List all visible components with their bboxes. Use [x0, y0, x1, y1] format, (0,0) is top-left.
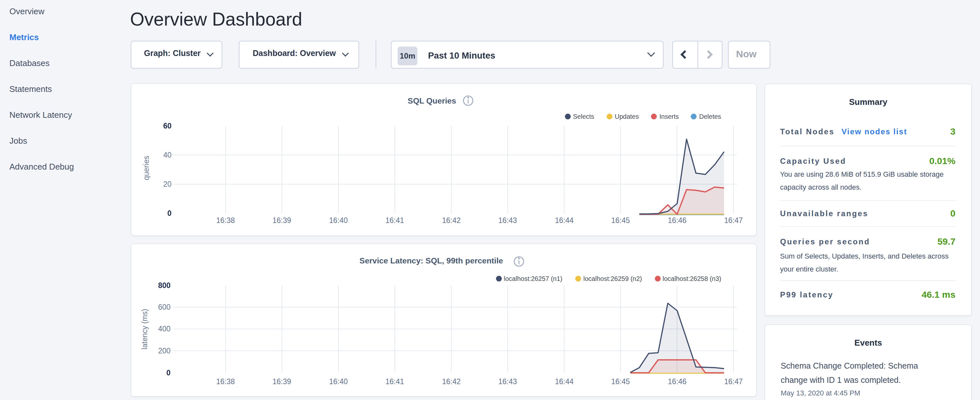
svg-text:Service Latency: SQL, 99th per: Service Latency: SQL, 99th percentile [360, 256, 503, 265]
svg-text:0: 0 [166, 369, 170, 377]
svg-text:Selects: Selects [573, 113, 594, 120]
svg-text:16:44: 16:44 [555, 377, 574, 386]
svg-text:16:46: 16:46 [668, 216, 687, 225]
svg-text:Deletes: Deletes [699, 113, 721, 120]
svg-text:16:39: 16:39 [272, 377, 291, 386]
svg-text:16:47: 16:47 [724, 377, 743, 386]
svg-text:16:43: 16:43 [498, 377, 517, 386]
svg-text:400: 400 [158, 325, 170, 333]
svg-text:16:39: 16:39 [272, 216, 291, 225]
svg-text:16:40: 16:40 [329, 216, 348, 225]
svg-text:16:41: 16:41 [385, 377, 404, 386]
svg-text:16:45: 16:45 [611, 216, 630, 225]
svg-text:16:45: 16:45 [611, 377, 630, 386]
svg-text:localhost:26259 (n2): localhost:26259 (n2) [583, 275, 642, 282]
svg-text:localhost:26257 (n1): localhost:26257 (n1) [504, 275, 562, 282]
svg-text:latency (ms): latency (ms) [140, 309, 149, 349]
svg-text:localhost:26258 (n3): localhost:26258 (n3) [663, 275, 721, 282]
svg-text:16:42: 16:42 [442, 216, 461, 225]
svg-text:Updates: Updates [615, 113, 639, 120]
svg-text:200: 200 [158, 347, 170, 355]
svg-text:16:41: 16:41 [385, 216, 404, 225]
svg-text:60: 60 [163, 122, 172, 130]
svg-text:20: 20 [163, 180, 172, 188]
svg-text:16:44: 16:44 [555, 216, 574, 225]
svg-text:16:43: 16:43 [498, 216, 517, 225]
svg-text:16:38: 16:38 [216, 377, 235, 386]
svg-text:16:46: 16:46 [668, 377, 687, 386]
svg-text:16:42: 16:42 [442, 377, 461, 386]
svg-text:16:40: 16:40 [329, 377, 348, 386]
svg-text:16:47: 16:47 [724, 216, 743, 225]
svg-text:queries: queries [142, 156, 150, 180]
svg-text:16:38: 16:38 [216, 216, 235, 225]
svg-text:600: 600 [158, 303, 170, 311]
svg-text:40: 40 [163, 151, 172, 159]
svg-text:800: 800 [158, 281, 170, 290]
svg-text:SQL Queries: SQL Queries [408, 96, 456, 105]
svg-text:Inserts: Inserts [659, 113, 679, 120]
svg-text:0: 0 [167, 209, 172, 217]
